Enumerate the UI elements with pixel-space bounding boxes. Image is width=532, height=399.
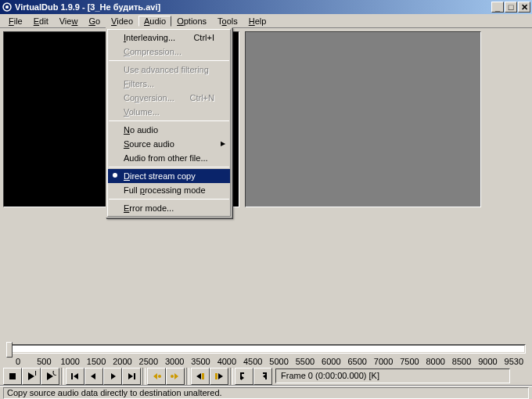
menu-options[interactable]: Options bbox=[171, 16, 212, 27]
play-input-button[interactable]: I bbox=[22, 368, 41, 385]
svg-text:I: I bbox=[34, 371, 37, 377]
output-preview-pane[interactable] bbox=[245, 31, 481, 207]
key-prev-button[interactable] bbox=[147, 368, 166, 385]
frame-display: Frame 0 (0:00:00.000) [K] bbox=[275, 368, 510, 383]
menu-view[interactable]: View bbox=[54, 16, 84, 27]
timeline-track[interactable] bbox=[6, 344, 526, 354]
menu-item-volume: Volume... bbox=[108, 105, 230, 119]
menu-item-interleaving[interactable]: Interleaving... Ctrl+I bbox=[108, 31, 230, 45]
audio-dropdown-menu: Interleaving... Ctrl+I Compression... Us… bbox=[106, 27, 232, 218]
svg-point-1 bbox=[5, 5, 9, 9]
menu-separator bbox=[109, 60, 229, 61]
menu-item-advanced-filtering: Use advanced filtering bbox=[108, 63, 230, 77]
status-text: Copy source audio data directly to desti… bbox=[3, 387, 529, 399]
menu-tools[interactable]: Tools bbox=[212, 16, 243, 27]
go-end-button[interactable] bbox=[122, 368, 141, 385]
scene-prev-button[interactable] bbox=[191, 368, 210, 385]
submenu-arrow-icon: ▶ bbox=[221, 140, 225, 147]
toolbar-separator bbox=[186, 368, 189, 385]
maximize-button[interactable]: □ bbox=[505, 2, 517, 13]
timeline-handle[interactable] bbox=[6, 342, 13, 358]
menu-item-full-processing[interactable]: Full processing mode bbox=[108, 183, 230, 197]
go-start-button[interactable] bbox=[66, 368, 84, 385]
window-title: VirtualDub 1.9.9 - [3_Не будить.avi] bbox=[15, 2, 491, 12]
toolbar-separator bbox=[61, 368, 64, 385]
menu-video[interactable]: Video bbox=[106, 16, 138, 27]
menu-item-conversion: Conversion... Ctrl+N bbox=[108, 91, 230, 105]
step-forward-button[interactable] bbox=[103, 368, 122, 385]
mark-in-button[interactable] bbox=[235, 368, 253, 385]
statusbar: Copy source audio data directly to desti… bbox=[0, 386, 532, 399]
menu-separator bbox=[109, 199, 229, 200]
svg-point-8 bbox=[171, 375, 174, 378]
mark-out-button[interactable] bbox=[253, 368, 272, 385]
workspace bbox=[0, 28, 532, 330]
titlebar: VirtualDub 1.9.9 - [3_Не будить.avi] _ □… bbox=[0, 0, 532, 14]
svg-text:O: O bbox=[52, 371, 56, 377]
menu-edit[interactable]: Edit bbox=[28, 16, 54, 27]
key-next-button[interactable] bbox=[166, 368, 185, 385]
menu-item-error-mode[interactable]: Error mode... bbox=[108, 201, 230, 215]
menu-separator bbox=[109, 120, 229, 121]
timeline-ticks: 0500100015002000250030003500400045005000… bbox=[6, 357, 526, 366]
menubar: File Edit View Go Video Audio Options To… bbox=[0, 14, 532, 28]
scene-next-button[interactable] bbox=[210, 368, 228, 385]
menu-item-no-audio[interactable]: No audio bbox=[108, 123, 230, 137]
menu-item-direct-stream-copy[interactable]: Direct stream copy bbox=[108, 169, 230, 183]
menu-help[interactable]: Help bbox=[243, 16, 272, 27]
toolbar-separator bbox=[230, 368, 233, 385]
step-back-button[interactable] bbox=[84, 368, 103, 385]
stop-button[interactable] bbox=[3, 368, 22, 385]
toolbar-separator bbox=[142, 368, 146, 385]
close-button[interactable]: ✕ bbox=[518, 2, 530, 13]
window-controls: _ □ ✕ bbox=[491, 2, 530, 13]
menu-audio[interactable]: Audio bbox=[138, 16, 171, 27]
svg-rect-6 bbox=[134, 373, 135, 379]
menu-go[interactable]: Go bbox=[83, 16, 106, 27]
playback-toolbar: I O Frame 0 (0:00:00.000) [K] bbox=[0, 366, 532, 386]
svg-rect-9 bbox=[202, 373, 204, 379]
timeline: 0500100015002000250030003500400045005000… bbox=[0, 344, 532, 366]
radio-selected-icon bbox=[113, 173, 117, 178]
svg-rect-2 bbox=[9, 373, 16, 379]
svg-point-7 bbox=[158, 375, 161, 378]
svg-rect-5 bbox=[71, 373, 73, 379]
app-icon bbox=[2, 2, 13, 13]
menu-item-audio-from-file[interactable]: Audio from other file... bbox=[108, 151, 230, 165]
menu-item-compression: Compression... bbox=[108, 45, 230, 59]
play-output-button[interactable]: O bbox=[41, 368, 59, 385]
menu-separator bbox=[109, 167, 229, 167]
minimize-button[interactable]: _ bbox=[491, 2, 504, 13]
svg-rect-10 bbox=[215, 373, 217, 379]
menu-item-source-audio[interactable]: Source audio ▶ bbox=[108, 137, 230, 151]
menu-file[interactable]: File bbox=[3, 16, 28, 27]
menu-item-filters: Filters... bbox=[108, 77, 230, 91]
